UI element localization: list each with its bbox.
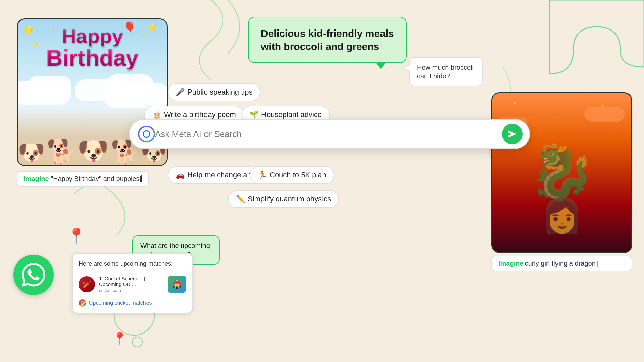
whatsapp-icon[interactable] [13, 255, 54, 295]
result-title: 1. [99, 276, 105, 281]
dragon-star-1: ✦ [513, 100, 517, 106]
google-search-link[interactable]: G Upcoming cricket matches [79, 299, 186, 307]
birthday-card-line1: Happy [46, 26, 138, 46]
broccoli-text: How much broccoli can I hide? [417, 64, 474, 80]
cloud-2 [28, 76, 71, 95]
dragon-caption-text: curly girl flying a dragon [525, 260, 596, 267]
couch-5k-label: Couch to 5K plan [270, 171, 326, 179]
couch-icon: 🏃 [258, 171, 267, 179]
meta-ai-logo [138, 126, 155, 142]
cricket-result-item[interactable]: 🏏 1. Cricket Schedule | Upcoming ODI... … [79, 273, 186, 296]
send-button[interactable] [502, 124, 523, 144]
dragon-caption: Imagine curly girl flying a dragon| [491, 256, 632, 272]
cricket-result-info: 1. Cricket Schedule | Upcoming ODI... cr… [99, 276, 164, 293]
confetti-2: ✦ [141, 31, 147, 39]
star-decoration-1: ⭐ [23, 24, 35, 36]
birthday-caption-text: "Happy Birthday" and puppies [49, 175, 140, 182]
birthday-caption-imagine: Imagine [23, 175, 49, 182]
birthday-card-line2: Birthday [46, 46, 138, 69]
public-speaking-pill[interactable]: 🎤 Public speaking tips [168, 83, 260, 101]
tire-icon: 🚗 [176, 171, 185, 179]
location-pin-2: 📍 [112, 331, 127, 345]
girl-emoji: 👩 [541, 196, 583, 235]
birthday-poem-label: Write a birthday poem [164, 110, 236, 119]
dragon-card: 🐉 👩 ✦ ✦ [491, 92, 632, 253]
send-icon [508, 129, 517, 139]
quantum-icon: ✏️ [236, 195, 245, 203]
birthday-caption: Imagine "Happy Birthday" and puppies| [17, 171, 149, 187]
cricket-intro-text: Here are some upcoming matches: [79, 260, 186, 268]
svg-point-1 [132, 337, 142, 347]
google-icon: G [79, 299, 86, 307]
cloud-5 [75, 79, 128, 101]
kid-meals-bubble: Delicious kid-friendly meals with brocco… [248, 17, 407, 63]
star-decoration-3: ✨ [31, 40, 39, 47]
dragon-caption-imagine: Imagine [498, 260, 524, 267]
dragon-emoji: 🐉 [528, 146, 595, 199]
cricket-domain: cricket.com [99, 288, 164, 293]
puppy-1: 🐶 [18, 141, 45, 163]
quantum-label: Simplify quantum physics [248, 195, 331, 203]
cricket-results-card: Here are some upcoming matches: 🏏 1. Cri… [72, 253, 193, 313]
quantum-pill[interactable]: ✏️ Simplify quantum physics [228, 190, 339, 208]
search-bar [129, 119, 530, 149]
result-thumbnail: 🏟️ [168, 276, 186, 293]
dragon-star-2: ✦ [601, 103, 604, 108]
birthday-poem-icon: 🎂 [152, 110, 161, 119]
google-link-text: Upcoming cricket matches [89, 300, 152, 306]
public-speaking-icon: 🎤 [176, 88, 185, 97]
broccoli-bubble: How much broccoli can I hide? [409, 57, 483, 86]
change-tire-label: Help me change a tire [187, 171, 259, 179]
houseplant-label: Houseplant advice [261, 110, 322, 119]
cricket-result-title: Cricket Schedule | Upcoming ODI... [99, 276, 145, 287]
couch-5k-pill[interactable]: 🏃 Couch to 5K plan [250, 166, 334, 184]
puppy-3: 🐶 [77, 138, 109, 163]
search-input[interactable] [155, 129, 502, 139]
cricket-logo: 🏏 [79, 276, 95, 292]
houseplant-icon: 🌱 [249, 110, 258, 119]
public-speaking-label: Public speaking tips [187, 88, 252, 97]
location-pin-1: 📍 [67, 227, 86, 245]
dragon-cloud-1 [584, 107, 625, 122]
puppy-2: 🐕 [47, 140, 76, 163]
kid-meals-text: Delicious kid-friendly meals with brocco… [261, 28, 394, 52]
whatsapp-logo [22, 263, 45, 287]
star-decoration-2: ⭐ [148, 23, 157, 32]
cricket-intro: Here are some upcoming matches: [79, 260, 173, 267]
